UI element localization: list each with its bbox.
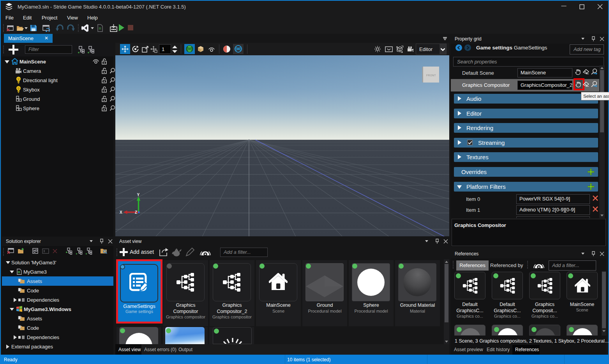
svg-text:X: X bbox=[120, 210, 122, 215]
svg-text:Y: Y bbox=[137, 193, 140, 197]
svg-text:FRONT: FRONT bbox=[426, 74, 436, 77]
svg-text:Z: Z bbox=[135, 210, 137, 215]
